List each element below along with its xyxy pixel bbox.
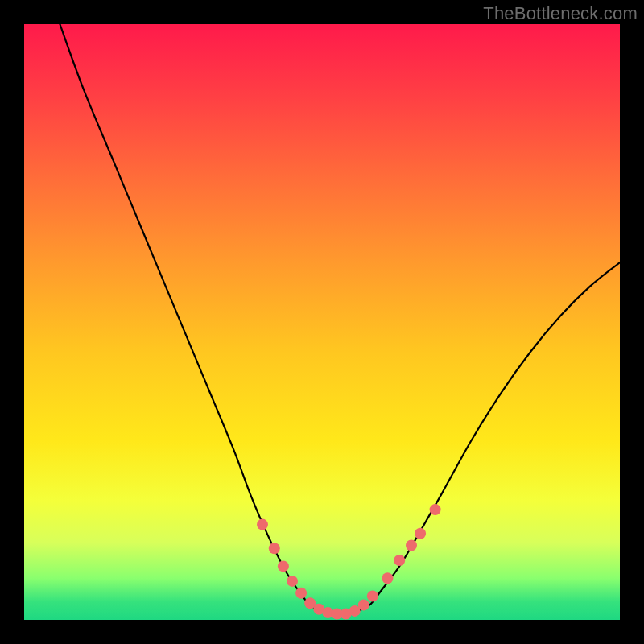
marker-dot [257, 519, 268, 530]
marker-dot [269, 543, 280, 554]
marker-dot [406, 540, 417, 551]
marker-dot [287, 576, 298, 587]
marker-dot [367, 590, 378, 601]
marker-dot [295, 588, 307, 599]
marker-dot [358, 600, 369, 611]
chart-frame: TheBottleneck.com [0, 0, 644, 644]
highlight-dots [257, 504, 441, 620]
bottleneck-curve [60, 24, 620, 614]
chart-svg [24, 24, 620, 620]
watermark-text: TheBottleneck.com [483, 3, 638, 24]
marker-dot [394, 555, 405, 566]
marker-dot [278, 560, 289, 572]
plot-area [24, 24, 620, 620]
marker-dot [382, 572, 393, 584]
marker-dot [430, 504, 441, 515]
marker-dot [415, 528, 426, 539]
